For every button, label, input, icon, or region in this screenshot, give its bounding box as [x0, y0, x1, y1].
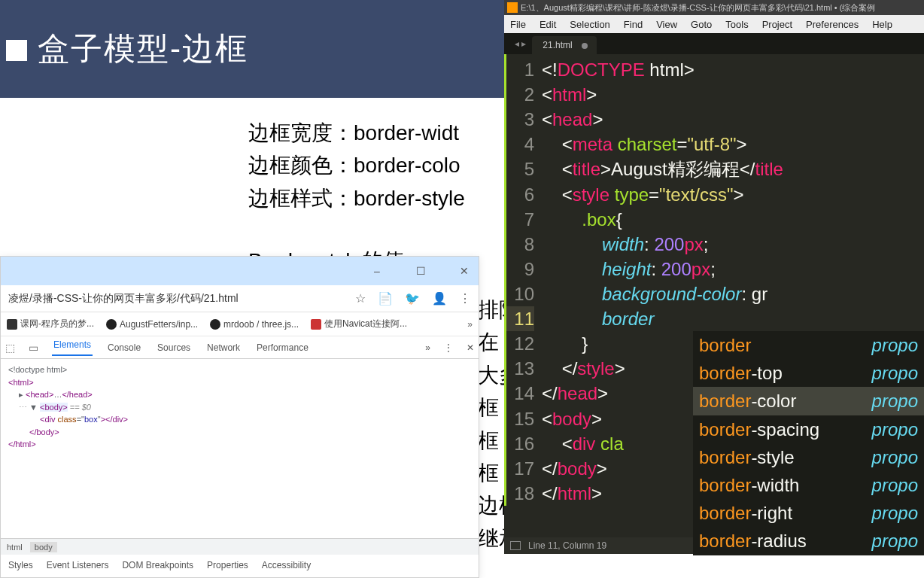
- address-icons: ☆ 📄 🐦 👤 ⋮: [355, 291, 471, 306]
- menu-find[interactable]: Find: [624, 19, 643, 30]
- minimize-button[interactable]: –: [366, 260, 388, 282]
- bookmarks-overflow-icon[interactable]: »: [467, 319, 473, 330]
- autocomplete-item[interactable]: border-widthpropo: [693, 471, 924, 499]
- slide-line: 边框颜色：border-colo: [248, 149, 465, 181]
- status-position: Line 11, Column 19: [528, 540, 606, 551]
- sublime-title-path: E:\1、August精彩编程\课程\讲师-陈凌煜\录播-CSS-让你的网页丰富…: [521, 2, 875, 14]
- devtools-close-icon[interactable]: ✕: [467, 342, 474, 353]
- gutter: 123456789101112131415161718: [504, 54, 542, 506]
- device-icon[interactable]: ▭: [29, 342, 38, 354]
- tab-elements[interactable]: Elements: [52, 339, 93, 356]
- tab-label: 21.html: [543, 40, 572, 50]
- bookmark-icon: [7, 319, 17, 330]
- close-button[interactable]: ✕: [453, 260, 476, 282]
- sidetab-properties[interactable]: Properties: [207, 560, 248, 570]
- slide-line: 边框宽度：border-widt: [248, 117, 465, 149]
- autocomplete-item[interactable]: border-stylepropo: [693, 443, 924, 471]
- menu-preferences[interactable]: Preferences: [806, 19, 859, 30]
- chrome-window: – ☐ ✕ 凌煜/录播-CSS-让你的网页丰富多彩/代码/21.html ☆ 📄…: [0, 256, 479, 578]
- profile-icon[interactable]: 👤: [432, 291, 447, 306]
- bookmark-item[interactable]: AugustFetters/inp...: [106, 319, 198, 330]
- menu-view[interactable]: View: [656, 19, 677, 30]
- dom-tree[interactable]: <!doctype html> <html> ▸ <head>…</head> …: [1, 359, 479, 455]
- github-icon: [106, 319, 117, 330]
- dom-body-open[interactable]: ⋯ ▼ <body> == $0: [8, 401, 471, 414]
- dom-div[interactable]: <div class="box"></div>: [8, 413, 471, 426]
- file-tab[interactable]: 21.html: [532, 36, 596, 54]
- autocomplete-item[interactable]: border-rightpropo: [693, 499, 924, 527]
- menu-file[interactable]: File: [510, 19, 526, 30]
- breadcrumb: html body: [1, 538, 479, 555]
- sublime-menubar: File Edit Selection Find View Goto Tools…: [504, 15, 924, 33]
- chrome-address-bar[interactable]: 凌煜/录播-CSS-让你的网页丰富多彩/代码/21.html ☆ 📄 🐦 👤 ⋮: [1, 285, 479, 312]
- slide-header: 盒子模型-边框: [0, 0, 504, 98]
- inspect-icon[interactable]: ⬚: [5, 342, 15, 354]
- bookmark-item[interactable]: mrdoob / three.js...: [210, 319, 299, 330]
- menu-goto[interactable]: Goto: [691, 19, 712, 30]
- github-icon: [210, 319, 220, 330]
- chrome-titlebar: – ☐ ✕: [1, 257, 479, 285]
- menu-tools[interactable]: Tools: [725, 19, 748, 30]
- menu-project[interactable]: Project: [762, 19, 792, 30]
- sublime-titlebar: E:\1、August精彩编程\课程\讲师-陈凌煜\录播-CSS-让你的网页丰富…: [504, 0, 924, 15]
- navicat-icon: [311, 319, 321, 330]
- maximize-button[interactable]: ☐: [409, 260, 432, 282]
- devtools-sidetabs: Styles Event Listeners DOM Breakpoints P…: [1, 556, 479, 574]
- tab-console[interactable]: Console: [106, 342, 142, 353]
- crumb-html[interactable]: html: [7, 543, 23, 552]
- sublime-tabbar: ◂ ▸ 21.html: [504, 33, 924, 54]
- sublime-app-icon: [507, 2, 518, 13]
- slide-line: 边框样式：border-style: [248, 182, 465, 214]
- sidetab-eventlisteners[interactable]: Event Listeners: [47, 560, 109, 570]
- bookmark-item[interactable]: 使用Navicat连接阿...: [311, 318, 407, 330]
- autocomplete-item[interactable]: border-radiuspropo: [693, 527, 924, 555]
- url-text: 凌煜/录播-CSS-让你的网页丰富多彩/代码/21.html: [8, 292, 355, 306]
- dom-head[interactable]: ▸ <head>…</head>: [8, 388, 471, 401]
- menu-icon[interactable]: ⋮: [459, 291, 471, 306]
- autocomplete-item[interactable]: border-toppropo: [693, 359, 924, 387]
- autocomplete-popup[interactable]: borderpropoborder-toppropoborder-colorpr…: [693, 331, 924, 555]
- autocomplete-item[interactable]: border-spacingpropo: [693, 415, 924, 443]
- slide-content: 边框宽度：border-widt 边框颜色：border-colo 边框样式：b…: [248, 117, 465, 214]
- nav-arrows[interactable]: ◂ ▸: [509, 38, 532, 49]
- bookmarks-bar: 课网-程序员的梦... AugustFetters/inp... mrdoob …: [1, 312, 479, 336]
- dom-body-close: </body>: [8, 426, 471, 439]
- menu-help[interactable]: Help: [872, 19, 892, 30]
- tab-performance[interactable]: Performance: [255, 342, 310, 353]
- menu-selection[interactable]: Selection: [570, 19, 609, 30]
- star-icon[interactable]: ☆: [355, 291, 366, 306]
- bird-icon[interactable]: 🐦: [405, 291, 420, 306]
- dom-doctype: <!doctype html>: [8, 364, 471, 376]
- dom-html-close: </html>: [8, 438, 471, 451]
- devtools-tabbar: ⬚ ▭ Elements Console Sources Network Per…: [1, 336, 479, 359]
- dom-html-open: <html>: [8, 376, 471, 389]
- menu-edit[interactable]: Edit: [540, 19, 556, 30]
- devtools-menu-icon[interactable]: ⋮: [444, 342, 453, 353]
- autocomplete-item[interactable]: borderpropo: [693, 331, 924, 359]
- sidetab-accessibility[interactable]: Accessibility: [262, 560, 311, 570]
- slide-title: 盒子模型-边框: [38, 28, 248, 70]
- tabs-more-icon[interactable]: »: [425, 342, 430, 353]
- bookmark-item[interactable]: 课网-程序员的梦...: [7, 318, 94, 330]
- slide-bullet-icon: [6, 40, 27, 61]
- crumb-body[interactable]: body: [30, 542, 57, 552]
- tab-sources[interactable]: Sources: [156, 342, 192, 353]
- unsaved-dot-icon: [582, 43, 588, 49]
- autocomplete-item[interactable]: border-colorpropo: [693, 387, 924, 415]
- tab-network[interactable]: Network: [205, 342, 242, 353]
- sidetab-styles[interactable]: Styles: [8, 560, 33, 570]
- status-panel-icon[interactable]: [510, 541, 521, 550]
- pdf-icon[interactable]: 📄: [378, 291, 393, 306]
- sidetab-dombreakpoints[interactable]: DOM Breakpoints: [122, 560, 193, 570]
